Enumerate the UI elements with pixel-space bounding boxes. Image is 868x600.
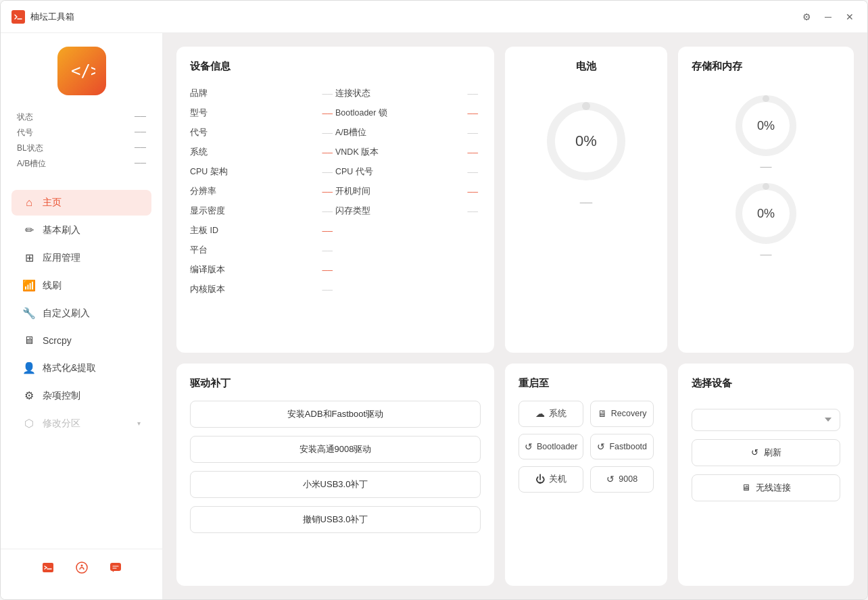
restart-recovery-button[interactable]: 🖥 Recovery (590, 401, 654, 427)
battery-donut: 0% (542, 97, 630, 185)
device-dropdown[interactable] (692, 409, 840, 431)
boot-time-label: 开机时间 (335, 186, 370, 197)
sidebar: </> 状态 ── 代号 ── BL状态 ── A/B槽位 ── (1, 33, 163, 599)
battery-dash: ── (580, 197, 592, 207)
wireless-connect-button[interactable]: 🖥 无线连接 (692, 474, 840, 501)
sidebar-item-misc-label: 杂项控制 (43, 390, 80, 402)
restart-system-label: 系统 (549, 408, 566, 420)
revoke-usb3-button[interactable]: 撤销USB3.0补丁 (190, 506, 481, 533)
svg-text:</>: </> (71, 61, 95, 80)
memory-donut: 0% (732, 180, 800, 247)
xiaomi-usb3-button[interactable]: 小米USB3.0补丁 (190, 471, 481, 498)
codename-value: ── (135, 127, 146, 139)
sidebar-item-apps-label: 应用管理 (43, 252, 80, 264)
restart-fastbootd-button[interactable]: ↺ Fastbootd (590, 434, 654, 459)
density-row: 显示密度 ── (190, 201, 335, 221)
apps-icon: ⊞ (22, 251, 36, 264)
sidebar-item-format[interactable]: 👤 格式化&提取 (11, 355, 151, 381)
bl-row: BL状态 ── (17, 143, 146, 154)
install-qualcomm-button[interactable]: 安装高通9008驱动 (190, 436, 481, 463)
restart-9008-button[interactable]: ↺ 9008 (590, 466, 654, 493)
svg-rect-2 (43, 563, 53, 572)
format-icon: 👤 (22, 361, 36, 374)
ab-value: ── (135, 158, 146, 170)
flash-type-row: 闪存类型 ── (335, 201, 481, 221)
brand-label: 品牌 (190, 88, 208, 99)
codename-info-row: 代号 ── (190, 123, 335, 143)
sidebar-item-home[interactable]: ⌂ 主页 (11, 190, 151, 216)
driver-btn-list: 安装ADB和Fastboot驱动 安装高通9008驱动 小米USB3.0补丁 撤… (190, 401, 481, 533)
sidebar-logo: </> (1, 47, 162, 95)
sidebar-footer (1, 549, 162, 586)
fastbootd-icon: ↺ (597, 441, 605, 452)
bl-label: BL状态 (17, 143, 43, 154)
restart-title: 重启至 (519, 377, 654, 390)
app-title: 柚坛工具箱 (30, 11, 800, 23)
storage-dash: ── (760, 162, 771, 172)
platform-row: 平台 ── (190, 241, 335, 260)
ab-row: A/B槽位 ── (17, 158, 146, 170)
home-icon: ⌂ (22, 197, 36, 209)
cpu-arch-row: CPU 架构 ── (190, 162, 335, 182)
codename-row: 代号 ── (17, 127, 146, 139)
ab-label: A/B槽位 (17, 158, 46, 170)
sidebar-item-partition: ⬡ 修改分区 ▾ (11, 410, 151, 436)
bl-value: ── (135, 143, 146, 154)
memory-percent: 0% (757, 207, 775, 221)
device-info-card: 设备信息 品牌 ── 型号 ── 代号 ── (176, 47, 494, 353)
memory-dash: ── (760, 250, 771, 259)
codename-info-label: 代号 (190, 127, 208, 139)
system-row: 系统 ── (190, 143, 335, 162)
app-logo (11, 10, 25, 24)
device-info-grid: 品牌 ── 型号 ── 代号 ── 系统 ── (190, 84, 481, 299)
refresh-button[interactable]: ↺ 刷新 (692, 439, 840, 466)
restart-card: 重启至 ☁ 系统 🖥 Recovery ↺ Bootloader ↺ Fastb… (505, 364, 667, 586)
sidebar-item-flash[interactable]: ✏ 基本刷入 (11, 217, 151, 243)
sidebar-item-wire-label: 线刷 (43, 280, 62, 292)
install-adb-button[interactable]: 安装ADB和Fastboot驱动 (190, 401, 481, 428)
bootloader-icon: ↺ (525, 441, 533, 452)
conn-status-label: 连接状态 (335, 88, 370, 99)
terminal-button[interactable] (38, 557, 58, 578)
app-logo-icon: </> (57, 47, 106, 95)
sidebar-item-custom[interactable]: 🔧 自定义刷入 (11, 300, 151, 326)
sidebar-item-scrcpy[interactable]: 🖥 Scrcpy (11, 328, 151, 353)
restart-bootloader-button[interactable]: ↺ Bootloader (519, 434, 583, 459)
restart-9008-label: 9008 (619, 474, 637, 484)
github-button[interactable] (72, 557, 92, 578)
storage-card: 存储和内存 0% ── 0% (678, 47, 854, 353)
brand-row: 品牌 ── (190, 84, 335, 103)
ab-slot-row: A/B槽位 ── (335, 123, 481, 143)
partition-icon: ⬡ (22, 417, 36, 430)
device-info-right: 连接状态 ── Bootloader 锁 ── A/B槽位 ── VNDK 版本… (335, 84, 481, 299)
sidebar-item-home-label: 主页 (43, 197, 62, 209)
storage-title: 存储和内存 (692, 60, 840, 73)
kernel-version-label: 内核版本 (190, 284, 225, 295)
titlebar: 柚坛工具箱 ⚙ ─ ✕ (1, 1, 867, 33)
storage-donut-row: 0% ── (692, 92, 840, 172)
device-info-left: 品牌 ── 型号 ── 代号 ── 系统 ── (190, 84, 335, 299)
shutdown-button[interactable]: ⏻ 关机 (519, 466, 583, 493)
cpu-codename-row: CPU 代号 ── (335, 162, 481, 182)
system-icon: ☁ (535, 408, 545, 419)
9008-icon: ↺ (606, 474, 614, 484)
recovery-icon: 🖥 (598, 408, 607, 419)
restart-system-button[interactable]: ☁ 系统 (519, 401, 583, 427)
sidebar-item-wire[interactable]: 📶 线刷 (11, 272, 151, 299)
sidebar-item-misc[interactable]: ⚙ 杂项控制 (11, 382, 151, 409)
device-info-title: 设备信息 (190, 60, 481, 73)
resolution-label: 分辨率 (190, 186, 216, 197)
partition-chevron-icon: ▾ (137, 420, 141, 427)
settings-button[interactable]: ⚙ (800, 10, 813, 24)
minimize-button[interactable]: ─ (821, 10, 835, 24)
flash-icon: ✏ (22, 224, 36, 236)
battery-title: 电池 (576, 60, 596, 73)
shutdown-label: 关机 (549, 474, 566, 485)
svg-rect-0 (14, 12, 23, 22)
custom-icon: 🔧 (22, 307, 36, 320)
sidebar-item-apps[interactable]: ⊞ 应用管理 (11, 245, 151, 271)
chat-button[interactable] (105, 557, 126, 578)
close-button[interactable]: ✕ (843, 10, 857, 24)
conn-status-row: 连接状态 ── (335, 84, 481, 103)
refresh-label: 刷新 (764, 447, 781, 459)
